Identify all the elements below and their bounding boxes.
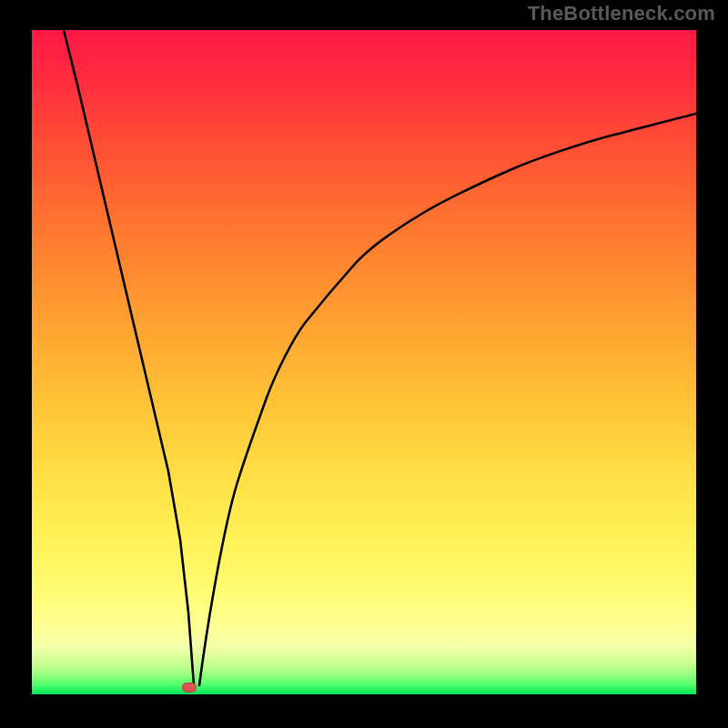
curve-left-branch (64, 30, 194, 685)
watermark-text: TheBottleneck.com (528, 2, 715, 25)
curve-right-branch (199, 114, 696, 685)
bottleneck-curve (32, 30, 696, 694)
plot-area (32, 30, 696, 694)
minimum-marker-dot (182, 682, 197, 693)
chart-container: TheBottleneck.com (0, 0, 728, 728)
